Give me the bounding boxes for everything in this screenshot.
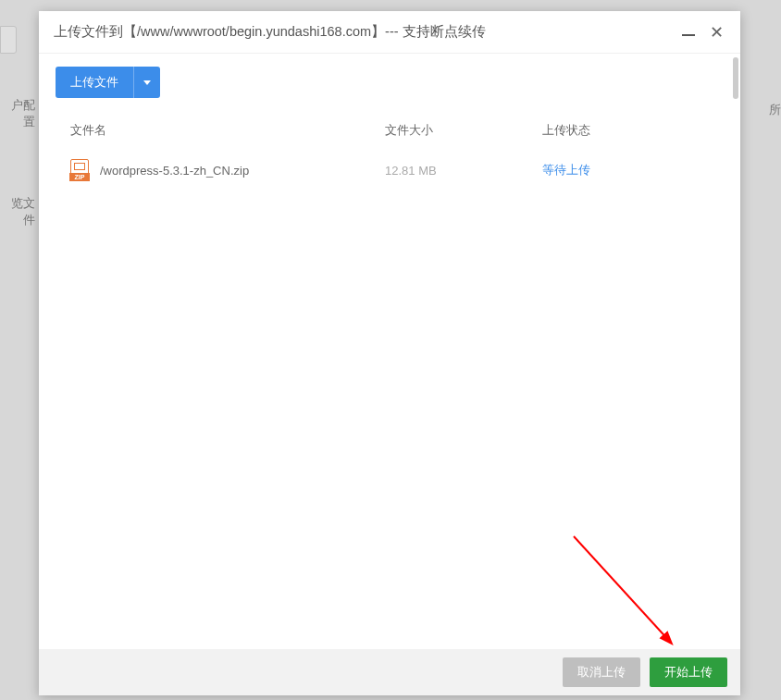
file-name-cell: ZIP /wordpress-5.3.1-zh_CN.zip xyxy=(70,159,385,181)
close-icon[interactable]: ✕ xyxy=(708,22,725,43)
file-size-cell: 12.81 MB xyxy=(385,164,542,178)
caret-down-icon xyxy=(143,80,151,85)
dialog-header: 上传文件到【/www/wwwroot/begin.yundashi168.com… xyxy=(39,11,740,54)
zip-file-icon: ZIP xyxy=(70,159,89,181)
scrollbar-thumb[interactable] xyxy=(733,57,738,99)
header-status: 上传状态 xyxy=(542,122,709,139)
dialog-title: 上传文件到【/www/wwwroot/begin.yundashi168.com… xyxy=(54,23,682,41)
minimize-icon[interactable] xyxy=(682,34,695,36)
dialog-footer: 取消上传 开始上传 xyxy=(39,649,740,695)
header-filesize: 文件大小 xyxy=(385,122,542,139)
dialog-body: 上传文件 文件名 文件大小 上传状态 ZIP /wordpress-5.3.1-… xyxy=(39,54,740,649)
upload-button-group: 上传文件 xyxy=(56,67,160,98)
table-header-row: 文件名 文件大小 上传状态 xyxy=(56,113,724,148)
file-name-text: /wordpress-5.3.1-zh_CN.zip xyxy=(100,164,249,178)
file-status-cell[interactable]: 等待上传 xyxy=(542,162,709,178)
upload-file-button[interactable]: 上传文件 xyxy=(56,67,133,98)
start-upload-button[interactable]: 开始上传 xyxy=(650,657,727,687)
upload-dialog: 上传文件到【/www/wwwroot/begin.yundashi168.com… xyxy=(39,11,740,695)
file-table: 文件名 文件大小 上传状态 ZIP /wordpress-5.3.1-zh_CN… xyxy=(56,113,724,192)
upload-dropdown-button[interactable] xyxy=(133,67,160,98)
cancel-upload-button[interactable]: 取消上传 xyxy=(563,657,640,687)
dialog-window-controls: ✕ xyxy=(682,22,725,43)
table-row: ZIP /wordpress-5.3.1-zh_CN.zip 12.81 MB … xyxy=(56,148,724,192)
header-filename: 文件名 xyxy=(70,122,385,139)
